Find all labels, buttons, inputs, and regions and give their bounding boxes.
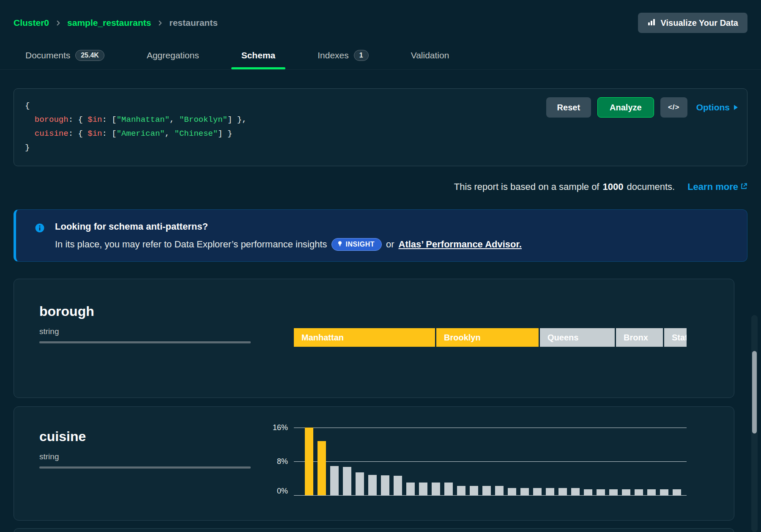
cuisine-bar-16[interactable] bbox=[495, 486, 504, 495]
lightbulb-icon bbox=[337, 241, 343, 248]
scrollbar-thumb[interactable] bbox=[752, 351, 757, 433]
field-meta: cuisine string bbox=[14, 407, 251, 469]
chevron-right-icon bbox=[157, 20, 163, 26]
info-icon bbox=[35, 223, 45, 236]
scrollbar-track[interactable] bbox=[751, 315, 758, 532]
bar-chart-icon bbox=[647, 18, 656, 28]
banner-or-text: or bbox=[386, 239, 394, 250]
field-card-cuisine: cuisine string 16% 8% 0% bbox=[14, 406, 734, 521]
options-label: Options bbox=[696, 102, 730, 112]
tabs: Documents25.4KAggregationsSchemaIndexes1… bbox=[14, 41, 747, 69]
performance-advisor-link[interactable]: Atlas’ Performance Advisor. bbox=[399, 239, 522, 250]
next-field-card-partial bbox=[14, 528, 734, 532]
banner-body: In its place, you may refer to Data Expl… bbox=[55, 238, 735, 251]
tab-documents[interactable]: Documents25.4K bbox=[14, 41, 116, 69]
code-toggle-button[interactable]: </> bbox=[660, 97, 687, 118]
cuisine-bar-15[interactable] bbox=[482, 486, 491, 495]
top-bar: Cluster0 sample_restaurants restaurants … bbox=[0, 0, 761, 33]
collection-tab-bar: Documents25.4KAggregationsSchemaIndexes1… bbox=[0, 41, 761, 70]
y-axis-tick-8: 8% bbox=[256, 457, 288, 466]
field-type-label[interactable]: string bbox=[39, 452, 251, 462]
cuisine-bar-13[interactable] bbox=[457, 486, 465, 495]
cuisine-bar-7[interactable] bbox=[381, 475, 389, 495]
cuisine-bar-4[interactable] bbox=[343, 467, 351, 495]
breadcrumb-database[interactable]: sample_restaurants bbox=[67, 18, 151, 28]
cuisine-bar-22[interactable] bbox=[571, 488, 580, 495]
tab-label: Indexes bbox=[318, 50, 349, 60]
cuisine-bar-20[interactable] bbox=[546, 488, 554, 495]
borough-segment-manhattan[interactable]: Manhattan bbox=[294, 328, 435, 347]
type-distribution-bar bbox=[39, 341, 251, 343]
cuisine-bar-24[interactable] bbox=[597, 489, 605, 495]
field-type-label[interactable]: string bbox=[39, 326, 251, 337]
tab-label: Schema bbox=[241, 50, 276, 60]
chart-area bbox=[294, 428, 687, 495]
tab-badge: 1 bbox=[354, 50, 369, 61]
tab-aggregations[interactable]: Aggregations bbox=[135, 41, 211, 69]
tab-badge: 25.4K bbox=[75, 50, 104, 61]
cuisine-bar-19[interactable] bbox=[533, 488, 542, 495]
learn-more-label: Learn more bbox=[687, 181, 738, 192]
caret-right-icon bbox=[734, 105, 738, 110]
visualize-button-label: Visualize Your Data bbox=[661, 18, 738, 28]
cuisine-bar-8[interactable] bbox=[394, 476, 402, 495]
cuisine-bar-14[interactable] bbox=[470, 486, 478, 495]
cuisine-bar-6[interactable] bbox=[368, 475, 377, 495]
query-actions: Reset Analyze </> Options bbox=[546, 97, 738, 118]
analyze-button[interactable]: Analyze bbox=[597, 97, 654, 118]
borough-segment-queens[interactable]: Queens bbox=[540, 328, 615, 347]
insight-badge[interactable]: INSIGHT bbox=[331, 238, 382, 251]
cuisine-bar-23[interactable] bbox=[584, 489, 592, 495]
gridline-0 bbox=[294, 495, 687, 496]
cuisine-bar-11[interactable] bbox=[432, 483, 440, 495]
cuisine-bar-18[interactable] bbox=[520, 488, 529, 495]
cuisine-bar-9[interactable] bbox=[406, 483, 415, 495]
tab-indexes[interactable]: Indexes1 bbox=[306, 41, 380, 69]
cuisine-bar-5[interactable] bbox=[356, 472, 364, 495]
breadcrumb: Cluster0 sample_restaurants restaurants bbox=[14, 18, 218, 28]
breadcrumb-collection: restaurants bbox=[169, 18, 217, 28]
cuisine-bar-29[interactable] bbox=[660, 489, 668, 495]
cuisine-bar-28[interactable] bbox=[647, 489, 656, 495]
borough-segment-bronx[interactable]: Bronx bbox=[616, 328, 663, 347]
cuisine-bar-21[interactable] bbox=[558, 488, 567, 495]
cuisine-bar-26[interactable] bbox=[622, 489, 630, 495]
external-link-icon bbox=[740, 181, 747, 192]
cuisine-bar-10[interactable] bbox=[419, 483, 427, 495]
type-distribution-bar bbox=[39, 466, 251, 469]
banner-body-text: In its place, you may refer to Data Expl… bbox=[55, 239, 327, 250]
cuisine-bars bbox=[305, 428, 681, 495]
borough-segment-staten-island[interactable]: Staten Island bbox=[664, 328, 687, 347]
cuisine-bar-27[interactable] bbox=[635, 489, 643, 495]
learn-more-link[interactable]: Learn more bbox=[687, 181, 747, 192]
breadcrumb-cluster[interactable]: Cluster0 bbox=[14, 18, 49, 28]
report-text-before: This report is based on a sample of bbox=[454, 181, 599, 192]
cuisine-bar-2[interactable] bbox=[318, 441, 326, 495]
tab-validation[interactable]: Validation bbox=[399, 41, 461, 69]
cuisine-bar-25[interactable] bbox=[609, 489, 618, 495]
options-toggle[interactable]: Options bbox=[696, 102, 738, 112]
borough-value-chart: ManhattanBrooklynQueensBronxStaten Islan… bbox=[294, 328, 687, 347]
cuisine-bar-1[interactable] bbox=[305, 428, 313, 495]
tab-label: Validation bbox=[411, 50, 449, 60]
y-axis-tick-16: 16% bbox=[256, 423, 288, 432]
reset-button[interactable]: Reset bbox=[546, 97, 591, 118]
field-card-borough: borough string ManhattanBrooklynQueensBr… bbox=[14, 279, 734, 398]
query-box: { borough: { $in: ["Manhattan", "Brookly… bbox=[14, 88, 747, 166]
chevron-right-icon bbox=[55, 20, 61, 26]
cuisine-bar-12[interactable] bbox=[444, 483, 453, 495]
schema-anti-pattern-banner: Looking for schema anti-patterns? In its… bbox=[14, 209, 747, 262]
cuisine-bar-17[interactable] bbox=[508, 488, 516, 495]
insight-badge-label: INSIGHT bbox=[346, 241, 375, 248]
sample-count: 1000 bbox=[602, 181, 623, 192]
tab-schema[interactable]: Schema bbox=[230, 41, 287, 69]
visualize-your-data-button[interactable]: Visualize Your Data bbox=[638, 13, 747, 33]
borough-segment-brooklyn[interactable]: Brooklyn bbox=[436, 328, 539, 347]
cuisine-bar-30[interactable] bbox=[673, 489, 681, 495]
tab-label: Aggregations bbox=[147, 50, 199, 60]
cuisine-bar-3[interactable] bbox=[330, 466, 339, 495]
sample-report-line: This report is based on a sample of 1000… bbox=[14, 181, 747, 192]
y-axis-tick-0: 0% bbox=[256, 486, 288, 496]
field-name: borough bbox=[39, 304, 251, 319]
field-meta: borough string bbox=[14, 279, 251, 343]
